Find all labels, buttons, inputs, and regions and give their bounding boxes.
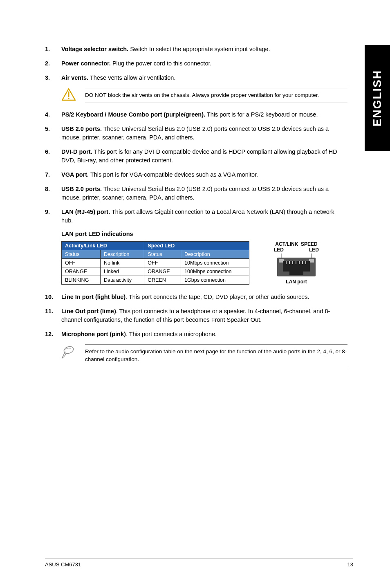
led-indications-heading: LAN port LED indications — [61, 231, 347, 237]
item-body: DVI-D port. This port is for any DVI-D c… — [61, 148, 347, 165]
item-number: 9. — [45, 208, 61, 225]
item-number: 6. — [45, 148, 61, 165]
led-group1: Activity/Link LED — [62, 242, 144, 250]
item-number: 3. — [45, 74, 61, 82]
led-h3: Status — [144, 250, 181, 259]
item-number: 7. — [45, 171, 61, 179]
footer-page-number: 13 — [347, 561, 353, 568]
item-number: 12. — [45, 330, 61, 339]
led-h2: Description — [101, 250, 144, 259]
item-number: 1. — [45, 45, 61, 54]
note-icon — [61, 344, 78, 361]
led-h1: Status — [62, 250, 101, 259]
item-body: USB 2.0 ports. These Universal Serial Bu… — [61, 125, 347, 142]
list-item: 8.USB 2.0 ports. These Universal Serial … — [45, 185, 347, 202]
list-item: 3.Air vents. These vents allow air venti… — [45, 74, 347, 82]
list-item: 6.DVI-D port. This port is for any DVI-D… — [45, 148, 347, 165]
led-h4: Description — [181, 250, 249, 259]
list-item: 7.VGA port. This port is for VGA-compati… — [45, 171, 347, 179]
list-item: 1.Voltage selector switch. Switch to sel… — [45, 45, 347, 54]
footer-model: ASUS CM6731 — [45, 561, 81, 568]
item-number: 11. — [45, 307, 61, 324]
lan-port-caption: LAN port — [274, 279, 319, 285]
item-body: VGA port. This port is for VGA-compatibl… — [61, 171, 347, 179]
item-number: 2. — [45, 59, 61, 68]
list-item: 5.USB 2.0 ports. These Universal Serial … — [45, 125, 347, 142]
item-body: PS/2 Keyboard / Mouse Combo port (purple… — [61, 110, 347, 119]
item-number: 4. — [45, 110, 61, 119]
table-row: BLINKINGData activityGREEN1Gbps connecti… — [62, 276, 249, 285]
item-number: 10. — [45, 293, 61, 301]
led-table: Activity/Link LED Speed LED Status Descr… — [61, 241, 249, 285]
list-item: 2.Power connector. Plug the power cord t… — [45, 59, 347, 68]
item-body: Air vents. These vents allow air ventila… — [61, 74, 347, 82]
item-number: 5. — [45, 125, 61, 142]
table-row: OFFNo linkOFF10Mbps connection — [62, 259, 249, 267]
item-body: Voltage selector switch. Switch to selec… — [61, 45, 347, 54]
svg-point-2 — [68, 98, 69, 99]
item-body: Line In port (light blue). This port con… — [61, 293, 347, 301]
item-number: 8. — [45, 185, 61, 202]
warning-callout: DO NOT block the air vents on the chassi… — [61, 88, 347, 103]
page-footer: ASUS CM6731 13 — [45, 559, 353, 568]
lan-port-figure: ACT/LINK SPEED LED LED — [274, 241, 319, 285]
note-callout: Refer to the audio configuration table o… — [61, 344, 347, 367]
item-body: Line Out port (lime). This port connects… — [61, 307, 347, 324]
list-item: 4.PS/2 Keyboard / Mouse Combo port (purp… — [45, 110, 347, 119]
item-body: LAN (RJ-45) port. This port allows Gigab… — [61, 208, 347, 225]
item-body: Power connector. Plug the power cord to … — [61, 59, 347, 68]
warning-icon — [61, 88, 78, 103]
led-group2: Speed LED — [144, 242, 249, 250]
lan-port-icon — [274, 254, 319, 277]
table-row: ORANGELinkedORANGE100Mbps connection — [62, 267, 249, 276]
list-item: 11.Line Out port (lime). This port conne… — [45, 307, 347, 324]
item-body: USB 2.0 ports. These Universal Serial Bu… — [61, 185, 347, 202]
list-item: 12.Microphone port (pink). This port con… — [45, 330, 347, 339]
item-body: Microphone port (pink). This port connec… — [61, 330, 347, 339]
note-text: Refer to the audio configuration table o… — [85, 344, 347, 367]
list-item: 10.Line In port (light blue). This port … — [45, 293, 347, 301]
warning-text: DO NOT block the air vents on the chassi… — [85, 88, 347, 103]
list-item: 9.LAN (RJ-45) port. This port allows Gig… — [45, 208, 347, 225]
